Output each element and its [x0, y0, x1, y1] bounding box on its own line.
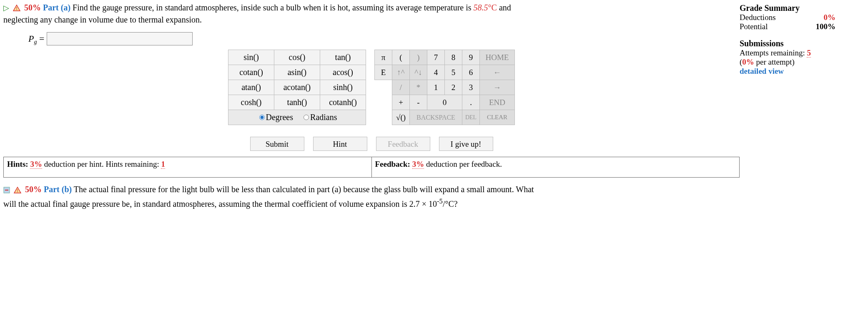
submit-button[interactable]: Submit — [250, 137, 304, 151]
part-a-label: Part (a) — [43, 3, 70, 12]
fn-cos[interactable]: cos() — [274, 50, 320, 65]
svg-rect-3 — [5, 190, 8, 191]
warning-icon: ! — [13, 3, 20, 14]
attempts-value[interactable]: 5 — [807, 48, 811, 58]
key-home[interactable]: HOME — [480, 50, 515, 65]
part-a-percent: 50% — [24, 3, 41, 12]
hints-text: deduction per hint. Hints remaining: — [42, 160, 161, 168]
giveup-button[interactable]: I give up! — [439, 137, 493, 151]
key-left-arrow[interactable]: ← — [480, 65, 515, 80]
deductions-value: 0% — [824, 13, 836, 22]
degrees-option[interactable]: Degrees — [257, 113, 294, 122]
key-minus[interactable]: - — [410, 95, 427, 110]
part-a-text1: Find the gauge pressure, in standard atm… — [73, 3, 473, 12]
answer-input[interactable] — [47, 32, 193, 45]
spacer — [375, 80, 392, 95]
key-5[interactable]: 5 — [445, 65, 462, 80]
radians-radio[interactable] — [304, 115, 309, 120]
grade-summary-title: Grade Summary — [740, 3, 861, 13]
fn-tanh[interactable]: tanh() — [274, 95, 320, 110]
key-1[interactable]: 1 — [427, 80, 445, 95]
key-7[interactable]: 7 — [427, 50, 445, 65]
key-slash[interactable]: / — [392, 80, 410, 95]
key-backspace[interactable]: BACKSPACE — [410, 110, 462, 125]
key-0[interactable]: 0 — [427, 95, 462, 110]
key-2[interactable]: 2 — [445, 80, 462, 95]
part-b-text2a: will the actual final gauge pressure be,… — [3, 199, 437, 208]
key-end[interactable]: END — [480, 95, 515, 110]
radians-option[interactable]: Radians — [301, 113, 337, 122]
key-clear[interactable]: CLEAR — [480, 110, 515, 125]
part-a-temp: 58.5 — [474, 3, 488, 12]
number-pad: π ( ) 7 8 9 HOME E ↑^ ^↓ 4 5 6 — [374, 50, 515, 125]
key-lparen[interactable]: ( — [392, 50, 410, 65]
feedback-text: deduction per feedback. — [424, 160, 502, 168]
key-star[interactable]: * — [410, 80, 427, 95]
expand-arrow-icon[interactable]: ▷ — [3, 4, 9, 12]
part-a-text2: and — [497, 3, 511, 12]
fn-sinh[interactable]: sinh() — [320, 80, 366, 95]
feedback-bold: Feedback: — [375, 160, 412, 168]
fn-cotan[interactable]: cotan() — [228, 65, 274, 80]
key-rparen[interactable]: ) — [410, 50, 427, 65]
part-a-text3: neglecting any change in volume due to t… — [3, 15, 740, 25]
fn-asin[interactable]: asin() — [274, 65, 320, 80]
key-dot[interactable]: . — [462, 95, 480, 110]
fn-acotan[interactable]: acotan() — [274, 80, 320, 95]
part-a-header: ▷ ! 50% Part (a) Find the gauge pressure… — [3, 2, 740, 14]
detailed-view-link[interactable]: detailed view — [740, 67, 861, 76]
fn-atan[interactable]: atan() — [228, 80, 274, 95]
degrees-radio[interactable] — [259, 115, 265, 120]
key-sqrt[interactable]: √() — [392, 110, 410, 125]
key-9[interactable]: 9 — [462, 50, 480, 65]
warning-icon: ! — [14, 185, 21, 196]
part-b-section: ! 50% Part (b) The actual final pressure… — [3, 183, 865, 209]
answer-equals: = — [37, 33, 46, 44]
feedback-button[interactable]: Feedback — [376, 137, 430, 151]
key-4[interactable]: 4 — [427, 65, 445, 80]
key-down-caret[interactable]: ^↓ — [410, 65, 427, 80]
key-plus[interactable]: + — [392, 95, 410, 110]
hint-feedback-table: Hints: 3% deduction per hint. Hints rema… — [3, 157, 740, 178]
potential-value: 100% — [816, 22, 836, 31]
spacer — [375, 110, 392, 125]
function-pad: sin() cos() tan() cotan() asin() acos() … — [228, 50, 366, 125]
fn-cosh[interactable]: cosh() — [228, 95, 274, 110]
key-up-caret[interactable]: ↑^ — [392, 65, 410, 80]
part-b-text1: The actual final pressure for the light … — [74, 185, 534, 194]
feedback-cell: Feedback: 3% deduction per feedback. — [371, 157, 740, 178]
part-b-exp: -5 — [437, 197, 443, 205]
fn-sin[interactable]: sin() — [228, 50, 274, 65]
degrees-label: Degrees — [266, 113, 294, 122]
key-right-arrow[interactable]: → — [480, 80, 515, 95]
part-b-label: Part (b) — [44, 185, 72, 194]
spacer — [375, 95, 392, 110]
answer-var-base: P — [28, 33, 34, 44]
hints-bold: Hints: — [7, 160, 30, 168]
key-8[interactable]: 8 — [445, 50, 462, 65]
hints-pct: 3% — [30, 160, 42, 169]
hints-cell: Hints: 3% deduction per hint. Hints rema… — [4, 157, 372, 178]
hints-remaining: 1 — [161, 160, 165, 169]
key-E[interactable]: E — [375, 65, 392, 80]
fn-tan[interactable]: tan() — [320, 50, 366, 65]
svg-text:!: ! — [16, 6, 17, 11]
fn-acos[interactable]: acos() — [320, 65, 366, 80]
key-del[interactable]: DEL — [462, 110, 480, 125]
potential-label: Potential — [740, 22, 768, 31]
part-a-deg: °C — [488, 3, 497, 12]
angle-mode-row: Degrees Radians — [228, 110, 366, 125]
submissions-title: Submissions — [740, 39, 861, 48]
feedback-pct: 3% — [412, 160, 424, 169]
key-pi[interactable]: π — [375, 50, 392, 65]
collapse-square-icon[interactable] — [3, 185, 10, 196]
key-6[interactable]: 6 — [462, 65, 480, 80]
deductions-label: Deductions — [740, 13, 776, 22]
radians-label: Radians — [310, 113, 337, 122]
attempts-label: Attempts remaining: — [740, 48, 807, 57]
fn-cotanh[interactable]: cotanh() — [320, 95, 366, 110]
svg-text:!: ! — [17, 188, 18, 193]
part-b-percent: 50% — [25, 185, 42, 194]
key-3[interactable]: 3 — [462, 80, 480, 95]
hint-button[interactable]: Hint — [313, 137, 367, 151]
